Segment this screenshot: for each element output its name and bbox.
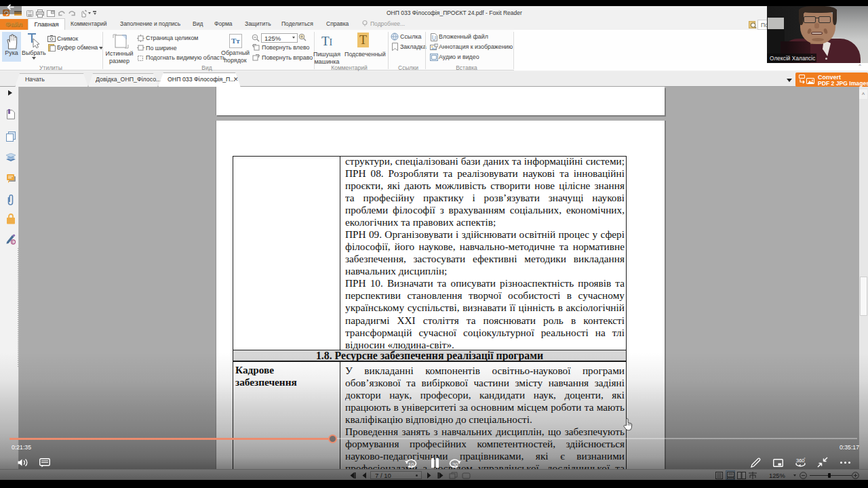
svg-text:Тт: Тт	[231, 37, 240, 45]
